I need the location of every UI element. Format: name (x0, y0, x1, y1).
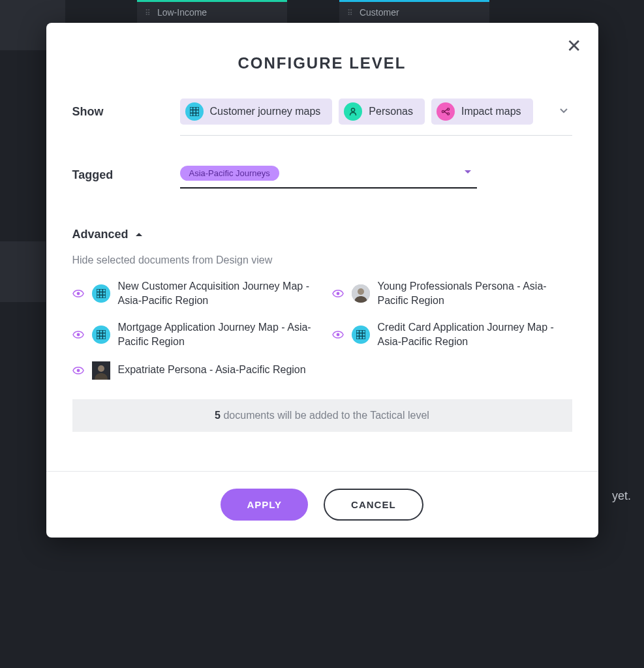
close-icon[interactable]: ✕ (566, 37, 581, 55)
bg-hint-text: yet. (612, 489, 631, 503)
avatar-icon (92, 361, 110, 380)
tagged-label: Tagged (72, 162, 180, 182)
grid-icon (92, 284, 110, 303)
document-item[interactable]: Mortgage Application Journey Map - Asia-… (72, 320, 313, 350)
eye-icon[interactable] (72, 331, 84, 339)
eye-icon[interactable] (332, 290, 344, 297)
svg-point-15 (336, 292, 339, 296)
document-item[interactable]: Expatriate Persona - Asia-Pacific Region (72, 361, 313, 380)
bg-card-label: Low-Income (157, 7, 207, 18)
advanced-subtitle: Hide selected documents from Design view (72, 254, 572, 266)
summary-count: 5 (215, 410, 221, 421)
bg-card-teal: ⠿ Low-Income (137, 0, 287, 23)
grid-icon (92, 326, 110, 344)
bg-card-label: Customer (360, 7, 399, 18)
tag-input[interactable]: Asia-Pacific Journeys (180, 162, 477, 189)
document-name: Credit Card Application Journey Map - As… (378, 320, 572, 350)
chevron-down-icon[interactable] (559, 108, 568, 114)
svg-point-32 (98, 365, 104, 372)
bg-card-cyan: ⠿ Customer (339, 0, 489, 23)
tagged-field[interactable]: Asia-Pacific Journeys (180, 162, 477, 189)
avatar-icon (352, 284, 370, 303)
summary-banner: 5 documents will be added to the Tactica… (72, 399, 572, 432)
bg-off-label: FF (0, 287, 38, 297)
svg-point-8 (447, 113, 449, 115)
svg-point-30 (76, 369, 80, 372)
apply-button[interactable]: APPLY (221, 489, 308, 521)
grid-icon (185, 102, 204, 121)
show-label: Show (72, 99, 180, 119)
impact-icon (437, 102, 455, 121)
svg-rect-25 (356, 330, 365, 339)
modal-title: CONFIGURE LEVEL (72, 54, 572, 72)
caret-up-icon (135, 232, 143, 237)
chip-personas[interactable]: Personas (339, 99, 425, 125)
person-icon (344, 102, 362, 121)
show-chips: Customer journey maps Personas Impact ma… (180, 99, 572, 136)
svg-rect-19 (97, 330, 106, 339)
advanced-toggle[interactable]: Advanced (72, 228, 572, 241)
eye-icon[interactable] (72, 367, 84, 374)
eye-icon[interactable] (72, 290, 84, 297)
svg-point-18 (76, 333, 80, 337)
summary-text: documents will be added to the Tactical … (221, 410, 429, 421)
svg-point-5 (352, 108, 355, 112)
document-item[interactable]: New Customer Acquisition Journey Map - A… (72, 279, 313, 309)
caret-down-icon[interactable] (464, 170, 472, 175)
document-name: Young Professionals Persona - Asia-Pacif… (378, 279, 572, 309)
bg-card-label: - EM (0, 257, 38, 267)
tag-pill[interactable]: Asia-Pacific Journeys (180, 166, 279, 181)
advanced-label: Advanced (72, 228, 129, 241)
drag-handle-icon: ⠿ (347, 8, 353, 18)
document-list: New Customer Acquisition Journey Map - A… (72, 279, 572, 380)
svg-point-7 (447, 108, 449, 110)
svg-rect-0 (190, 107, 199, 116)
svg-rect-10 (97, 289, 106, 298)
modal-footer: APPLY CANCEL (46, 471, 598, 538)
svg-point-6 (442, 110, 444, 112)
document-name: Expatriate Persona - Asia-Pacific Region (118, 363, 306, 377)
chip-label: Impact maps (461, 106, 521, 117)
show-row: Show Customer journey maps Personas (72, 99, 572, 136)
chip-impact-maps[interactable]: Impact maps (431, 99, 533, 125)
cancel-button[interactable]: CANCEL (324, 489, 423, 521)
bg-card-mid: ative - EM FF (0, 241, 46, 302)
drag-handle-icon: ⠿ (145, 8, 151, 18)
document-name: New Customer Acquisition Journey Map - A… (118, 279, 313, 309)
document-name: Mortgage Application Journey Map - Asia-… (118, 320, 313, 350)
svg-point-17 (358, 288, 364, 295)
bg-card-label: ative (0, 247, 38, 257)
document-item[interactable]: Young Professionals Persona - Asia-Pacif… (332, 279, 572, 309)
tagged-row: Tagged Asia-Pacific Journeys (72, 162, 572, 189)
document-item[interactable]: Credit Card Application Journey Map - As… (332, 320, 572, 350)
configure-level-modal: ✕ CONFIGURE LEVEL Show Customer journey … (46, 23, 598, 538)
eye-icon[interactable] (332, 331, 344, 339)
svg-point-24 (336, 333, 339, 337)
chip-label: Personas (369, 106, 413, 117)
grid-icon (352, 326, 370, 344)
svg-point-9 (76, 292, 80, 296)
chip-label: Customer journey maps (210, 106, 321, 117)
chip-customer-journey-maps[interactable]: Customer journey maps (180, 99, 333, 125)
show-field[interactable]: Customer journey maps Personas Impact ma… (180, 99, 572, 136)
